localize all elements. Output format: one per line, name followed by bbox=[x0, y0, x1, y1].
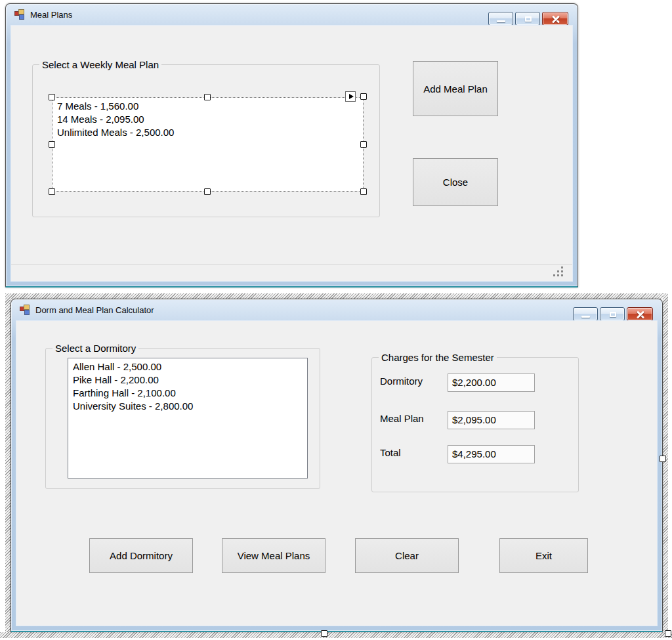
designer-hatch-border-bottom bbox=[0, 632, 672, 638]
window-controls bbox=[573, 307, 653, 321]
window-controls bbox=[488, 12, 568, 26]
minimize-icon bbox=[581, 316, 590, 318]
list-item[interactable]: Allen Hall - 2,500.00 bbox=[68, 360, 307, 373]
clear-button[interactable]: Clear bbox=[355, 538, 459, 573]
close-button[interactable]: Close bbox=[413, 158, 498, 206]
dormitory-groupbox-caption: Select a Dormitory bbox=[52, 343, 138, 354]
close-window-button[interactable] bbox=[542, 12, 568, 26]
view-meal-plans-button[interactable]: View Meal Plans bbox=[222, 538, 326, 573]
designer-canvas: Meal Plans Select a Weekly Meal Plan 7 M… bbox=[0, 0, 672, 640]
resize-handle-bottom-left[interactable] bbox=[49, 188, 55, 195]
form-icon-blue-square bbox=[24, 310, 30, 315]
form-icon-yellow-square bbox=[18, 9, 24, 14]
meal-plans-window: Meal Plans Select a Weekly Meal Plan 7 M… bbox=[5, 3, 578, 288]
resize-handle-top-center[interactable] bbox=[204, 94, 211, 100]
dormitory-listbox[interactable]: Allen Hall - 2,500.00 Pike Hall - 2,200.… bbox=[68, 358, 308, 479]
resize-handle-middle-right[interactable] bbox=[360, 141, 367, 148]
list-item[interactable]: 7 Meals - 1,560.00 bbox=[52, 100, 363, 113]
meal-plans-titlebar[interactable]: Meal Plans bbox=[6, 4, 578, 26]
list-item[interactable]: Pike Hall - 2,200.00 bbox=[68, 373, 307, 387]
meal-plan-charge-label: Meal Plan bbox=[380, 413, 424, 424]
total-charge-label: Total bbox=[380, 447, 401, 458]
meal-plans-window-title: Meal Plans bbox=[30, 10, 72, 20]
designer-hatch-border-left bbox=[5, 293, 10, 637]
form-resize-handle-bottom-right[interactable] bbox=[665, 630, 671, 637]
add-meal-plan-button[interactable]: Add Meal Plan bbox=[413, 61, 498, 116]
calculator-window-title: Dorm and Meal Plan Calculator bbox=[35, 305, 154, 315]
status-strip-divider bbox=[11, 264, 572, 265]
smart-tag-arrow-icon bbox=[349, 94, 354, 99]
resize-grip-icon[interactable] bbox=[553, 266, 564, 278]
dormitory-charge-value: $2,200.00 bbox=[448, 373, 535, 392]
minimize-icon bbox=[497, 20, 505, 22]
total-charge-value: $4,295.00 bbox=[448, 445, 535, 463]
calculator-window: Dorm and Meal Plan Calculator Select a D… bbox=[10, 299, 663, 632]
exit-button[interactable]: Exit bbox=[499, 538, 588, 573]
resize-handle-bottom-right[interactable] bbox=[360, 188, 367, 195]
close-window-button[interactable] bbox=[627, 307, 653, 321]
resize-handle-middle-left[interactable] bbox=[49, 141, 55, 148]
maximize-button[interactable] bbox=[600, 307, 625, 321]
resize-handle-top-right[interactable] bbox=[360, 93, 367, 100]
maximize-button[interactable] bbox=[515, 12, 540, 26]
weekly-meal-plan-groupbox-caption: Select a Weekly Meal Plan bbox=[39, 59, 161, 70]
list-item[interactable]: 14 Meals - 2,095.00 bbox=[52, 113, 363, 126]
list-item[interactable]: Farthing Hall - 2,100.00 bbox=[68, 387, 307, 400]
meal-plans-listbox[interactable]: 7 Meals - 1,560.00 14 Meals - 2,095.00 U… bbox=[52, 97, 364, 192]
charges-groupbox: Charges for the Semester Dormitory $2,20… bbox=[371, 357, 579, 492]
maximize-icon bbox=[525, 16, 532, 22]
form-icon bbox=[14, 9, 25, 20]
form-icon-blue-square bbox=[19, 14, 24, 20]
minimize-button[interactable] bbox=[573, 307, 598, 321]
maximize-icon bbox=[610, 312, 616, 317]
minimize-button[interactable] bbox=[488, 12, 513, 26]
dormitory-charge-label: Dormitory bbox=[380, 375, 423, 387]
resize-handle-top-left[interactable] bbox=[49, 94, 55, 100]
resize-handle-bottom-center[interactable] bbox=[204, 188, 211, 195]
form-resize-handle-right[interactable] bbox=[660, 456, 666, 462]
add-dormitory-button[interactable]: Add Dormitory bbox=[89, 538, 193, 573]
form-icon bbox=[20, 305, 30, 315]
charges-groupbox-caption: Charges for the Semester bbox=[379, 352, 497, 363]
calculator-client-area: Select a Dormitory Allen Hall - 2,500.00… bbox=[16, 321, 657, 626]
designer-hatch-border-top bbox=[5, 293, 668, 299]
form-icon-yellow-square bbox=[24, 305, 30, 310]
meal-plan-charge-value: $2,095.00 bbox=[448, 411, 535, 429]
calculator-titlebar[interactable]: Dorm and Meal Plan Calculator bbox=[11, 299, 662, 321]
list-item[interactable]: University Suites - 2,800.00 bbox=[68, 400, 307, 413]
meal-plans-client-area: Select a Weekly Meal Plan 7 Meals - 1,56… bbox=[11, 26, 572, 281]
list-item[interactable]: Unlimited Meals - 2,500.00 bbox=[52, 126, 363, 139]
form-resize-handle-bottom[interactable] bbox=[321, 630, 327, 637]
designer-hatch-border-right bbox=[663, 293, 668, 637]
smart-tag-button[interactable] bbox=[345, 91, 356, 102]
